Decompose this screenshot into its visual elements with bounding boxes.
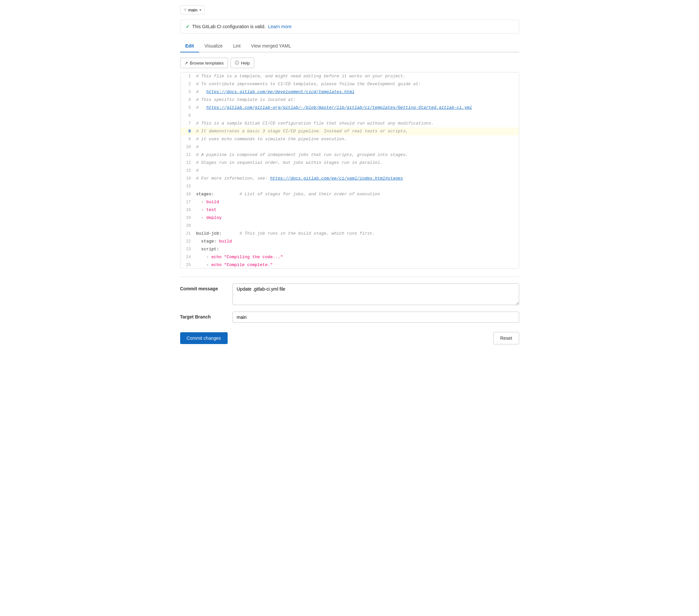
- branch-name: main: [188, 8, 198, 12]
- chevron-down-icon: ▾: [199, 8, 201, 12]
- line-num-9: 9: [181, 135, 194, 143]
- target-branch-row: Target Branch: [180, 312, 519, 323]
- line-num-16: 16: [181, 191, 194, 198]
- code-line-3: 3 # https://docs.gitlab.com/ee/developme…: [181, 88, 519, 96]
- commit-changes-button[interactable]: Commit changes: [180, 332, 228, 344]
- line-num-22: 22: [181, 238, 194, 246]
- line-content-16: stages: # List of stages for jobs, and t…: [194, 191, 519, 198]
- code-line-1: 1 # This file is a template, and might n…: [181, 73, 519, 80]
- line-num-2: 2: [181, 80, 194, 88]
- code-line-24: 24 - echo "Compiling the code...": [181, 253, 519, 261]
- line-content-2: # To contribute improvements to CI/CD te…: [194, 80, 519, 88]
- line-content-13: #: [194, 167, 519, 175]
- line-num-6: 6: [181, 112, 194, 120]
- help-button[interactable]: ⓘ Help: [230, 58, 254, 68]
- code-line-13: 13 #: [181, 167, 519, 175]
- line-content-23: script:: [194, 246, 519, 253]
- target-branch-label: Target Branch: [180, 312, 233, 319]
- line-content-22: stage: build: [194, 238, 519, 246]
- external-link-icon: ↗: [184, 61, 188, 66]
- code-line-7: 7 # This is a sample GitLab CI/CD config…: [181, 120, 519, 128]
- line-content-3: # https://docs.gitlab.com/ee/development…: [194, 88, 519, 96]
- code-line-19: 19 - deploy: [181, 214, 519, 222]
- code-line-5: 5 # https://gitlab.com/gitlab-org/gitlab…: [181, 104, 519, 112]
- help-label: Help: [241, 61, 250, 66]
- browse-templates-button[interactable]: ↗ Browse templates: [180, 58, 228, 68]
- line-content-14: # For more information, see: https://doc…: [194, 175, 519, 183]
- branch-icon: ⑂: [184, 7, 186, 12]
- code-line-21: 21 build-job: # This job runs in the bui…: [181, 230, 519, 238]
- line-content-15: [194, 183, 519, 191]
- line-content-8: # It demonstrates a basic 3 stage CI/CD …: [194, 128, 519, 135]
- line-num-23: 23: [181, 246, 194, 253]
- code-line-12: 12 # Stages run in sequential order, but…: [181, 159, 519, 167]
- info-icon: ⓘ: [235, 60, 239, 66]
- line-num-8: 8: [181, 128, 194, 135]
- line-num-1: 1: [181, 73, 194, 80]
- learn-more-link[interactable]: Learn more: [268, 24, 292, 29]
- code-line-25: 25 - echo "Compile complete.": [181, 261, 519, 269]
- line-num-18: 18: [181, 206, 194, 214]
- line-content-4: # This specific template is located at:: [194, 96, 519, 104]
- code-editor[interactable]: 1 # This file is a template, and might n…: [180, 72, 519, 269]
- line-num-13: 13: [181, 167, 194, 175]
- line-num-3: 3: [181, 88, 194, 96]
- line-content-10: #: [194, 143, 519, 151]
- code-line-20: 20: [181, 222, 519, 230]
- code-line-10: 10 #: [181, 143, 519, 151]
- line-num-11: 11: [181, 151, 194, 159]
- tab-edit[interactable]: Edit: [180, 40, 199, 52]
- code-line-2: 2 # To contribute improvements to CI/CD …: [181, 80, 519, 88]
- line-content-18: - test: [194, 206, 519, 214]
- commit-message-label: Commit message: [180, 284, 233, 291]
- line-num-12: 12: [181, 159, 194, 167]
- code-line-16: 16 stages: # List of stages for jobs, an…: [181, 191, 519, 198]
- tab-visualize[interactable]: Visualize: [199, 40, 228, 52]
- line-num-15: 15: [181, 183, 194, 191]
- code-line-8: 8 # It demonstrates a basic 3 stage CI/C…: [181, 128, 519, 135]
- target-branch-input[interactable]: [233, 312, 519, 323]
- line-num-20: 20: [181, 222, 194, 230]
- line-content-12: # Stages run in sequential order, but jo…: [194, 159, 519, 167]
- line-num-7: 7: [181, 120, 194, 128]
- reset-button[interactable]: Reset: [493, 332, 519, 344]
- line-content-9: # it uses echo commands to simulate the …: [194, 135, 519, 143]
- line-content-25: - echo "Compile complete.": [194, 261, 519, 269]
- line-content-20: [194, 222, 519, 230]
- commit-message-input[interactable]: Update .gitlab-ci.yml file: [233, 284, 519, 305]
- code-line-17: 17 - build: [181, 198, 519, 206]
- check-icon: ✓: [186, 24, 190, 29]
- code-line-15: 15: [181, 183, 519, 191]
- line-num-17: 17: [181, 198, 194, 206]
- line-num-14: 14: [181, 175, 194, 183]
- line-content-19: - deploy: [194, 214, 519, 222]
- code-line-9: 9 # it uses echo commands to simulate th…: [181, 135, 519, 143]
- line-content-7: # This is a sample GitLab CI/CD configur…: [194, 120, 519, 128]
- browse-templates-label: Browse templates: [190, 61, 224, 66]
- editor-tabs: Edit Visualize Lint View merged YAML: [180, 40, 519, 52]
- line-num-24: 24: [181, 253, 194, 261]
- line-content-11: # A pipeline is composed of independent …: [194, 151, 519, 159]
- editor-toolbar: ↗ Browse templates ⓘ Help: [180, 58, 519, 68]
- code-line-22: 22 stage: build: [181, 238, 519, 246]
- tab-lint[interactable]: Lint: [228, 40, 246, 52]
- line-num-4: 4: [181, 96, 194, 104]
- code-line-11: 11 # A pipeline is composed of independe…: [181, 151, 519, 159]
- line-content-24: - echo "Compiling the code...": [194, 253, 519, 261]
- code-line-18: 18 - test: [181, 206, 519, 214]
- commit-form: Commit message Update .gitlab-ci.yml fil…: [180, 277, 519, 344]
- line-content-21: build-job: # This job runs in the build …: [194, 230, 519, 238]
- line-content-6: [194, 112, 519, 120]
- line-num-21: 21: [181, 230, 194, 238]
- code-line-14: 14 # For more information, see: https://…: [181, 175, 519, 183]
- code-line-6: 6: [181, 112, 519, 120]
- code-line-4: 4 # This specific template is located at…: [181, 96, 519, 104]
- validation-banner: ✓ This GitLab CI configuration is valid.…: [180, 19, 519, 34]
- code-line-23: 23 script:: [181, 246, 519, 253]
- line-num-19: 19: [181, 214, 194, 222]
- branch-selector[interactable]: ⑂ main ▾: [180, 5, 205, 14]
- line-num-10: 10: [181, 143, 194, 151]
- commit-message-row: Commit message Update .gitlab-ci.yml fil…: [180, 284, 519, 305]
- tab-view-merged[interactable]: View merged YAML: [246, 40, 296, 52]
- line-content-1: # This file is a template, and might nee…: [194, 73, 519, 80]
